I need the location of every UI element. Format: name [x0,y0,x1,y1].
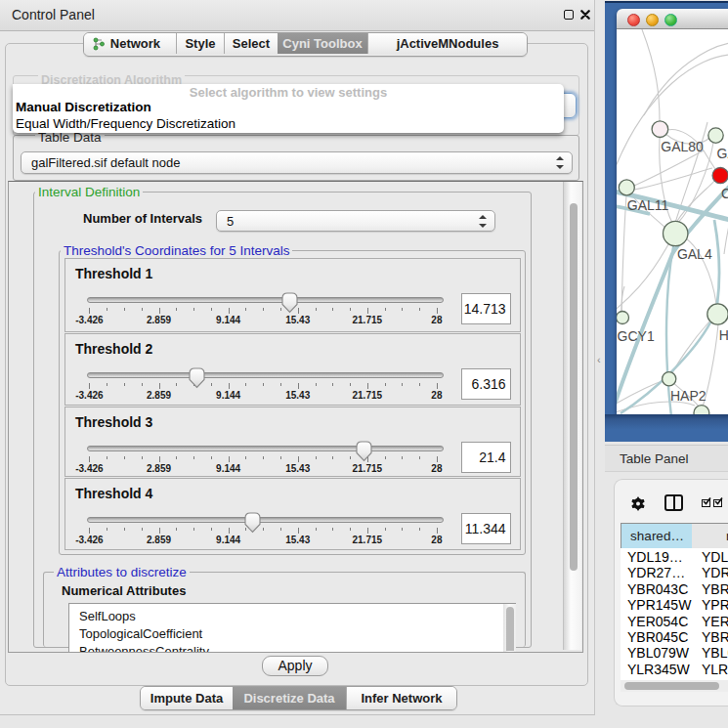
svg-text:GAL80: GAL80 [661,139,704,154]
svg-text:HAP2: HAP2 [670,388,707,404]
svg-text:GAL: GAL [717,146,728,161]
svg-text:GAL11: GAL11 [627,197,669,213]
svg-text:GCY1: GCY1 [618,328,655,344]
svg-text:HA: HA [719,327,728,343]
svg-text:GAL4: GAL4 [677,246,712,262]
svg-text:C: C [721,186,728,201]
